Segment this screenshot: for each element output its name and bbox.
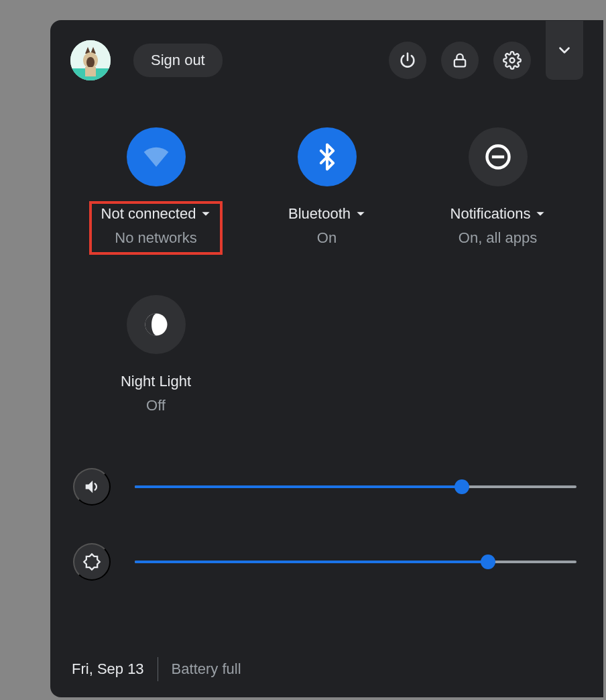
caret-down-icon	[356, 209, 365, 219]
header-row: Sign out	[70, 40, 583, 80]
night-light-icon	[141, 310, 171, 339]
avatar[interactable]	[70, 40, 111, 80]
network-tile[interactable]: Not connected No networks	[70, 127, 241, 255]
volume-slider[interactable]	[135, 485, 577, 488]
wifi-icon	[141, 142, 171, 172]
brightness-slider[interactable]	[135, 561, 577, 563]
lock-button[interactable]	[441, 42, 479, 79]
do-not-disturb-icon	[483, 142, 513, 172]
bluetooth-icon	[312, 142, 342, 172]
sliders-section	[70, 468, 583, 581]
notifications-label: Notifications	[450, 205, 531, 223]
night-light-label-row[interactable]: Night Light	[121, 373, 191, 390]
bluetooth-sub: On	[317, 229, 337, 247]
footer-row: Fri, Sep 13 Battery full	[72, 657, 241, 681]
brightness-thumb[interactable]	[481, 555, 495, 569]
notifications-tile-icon	[469, 127, 528, 186]
caret-down-icon	[201, 209, 210, 219]
sign-out-label: Sign out	[151, 52, 205, 69]
bluetooth-tile[interactable]: Bluetooth On	[241, 127, 412, 255]
notifications-tile[interactable]: Notifications On, all apps	[412, 127, 583, 255]
brightness-button[interactable]	[73, 543, 111, 581]
night-light-label: Night Light	[121, 373, 191, 390]
settings-button[interactable]	[493, 42, 531, 79]
power-button[interactable]	[389, 42, 426, 79]
svg-point-6	[510, 58, 515, 63]
volume-thumb[interactable]	[454, 479, 469, 494]
bluetooth-label: Bluetooth	[288, 205, 351, 223]
network-label-row[interactable]: Not connected	[101, 205, 211, 223]
svg-rect-4	[85, 67, 96, 76]
network-highlight-box: Not connected No networks	[89, 201, 223, 255]
sign-out-button[interactable]: Sign out	[133, 44, 223, 77]
header-actions	[389, 41, 583, 80]
footer-date: Fri, Sep 13	[72, 660, 144, 678]
svg-point-3	[86, 57, 95, 68]
network-sub: No networks	[115, 229, 196, 247]
night-light-tile-icon	[127, 295, 186, 354]
chevron-down-icon	[556, 42, 573, 59]
notifications-label-row[interactable]: Notifications	[450, 205, 546, 223]
volume-icon	[82, 477, 101, 496]
night-light-tile[interactable]: Night Light Off	[70, 295, 241, 414]
volume-row	[73, 468, 577, 506]
gear-icon	[503, 51, 522, 70]
bluetooth-tile-icon	[298, 127, 357, 186]
lock-icon	[450, 51, 469, 70]
brightness-fill	[135, 561, 488, 563]
avatar-cat-icon	[70, 40, 111, 80]
footer-divider	[158, 657, 158, 681]
volume-fill	[135, 485, 462, 488]
notifications-sub: On, all apps	[459, 229, 537, 247]
caret-down-icon	[536, 209, 545, 219]
collapse-button[interactable]	[546, 21, 583, 80]
brightness-row	[73, 543, 577, 581]
quick-tiles-grid: Not connected No networks Bluetooth On	[70, 127, 583, 414]
svg-marker-10	[84, 554, 99, 569]
network-label: Not connected	[101, 205, 196, 223]
footer-battery: Battery full	[172, 660, 241, 678]
brightness-icon	[82, 552, 101, 571]
quick-settings-panel: Sign out	[50, 20, 603, 697]
night-light-sub: Off	[146, 397, 166, 414]
volume-button[interactable]	[73, 468, 111, 506]
network-tile-icon	[127, 127, 186, 186]
bluetooth-label-row[interactable]: Bluetooth	[288, 205, 365, 223]
power-icon	[398, 51, 417, 70]
svg-rect-5	[454, 60, 465, 67]
